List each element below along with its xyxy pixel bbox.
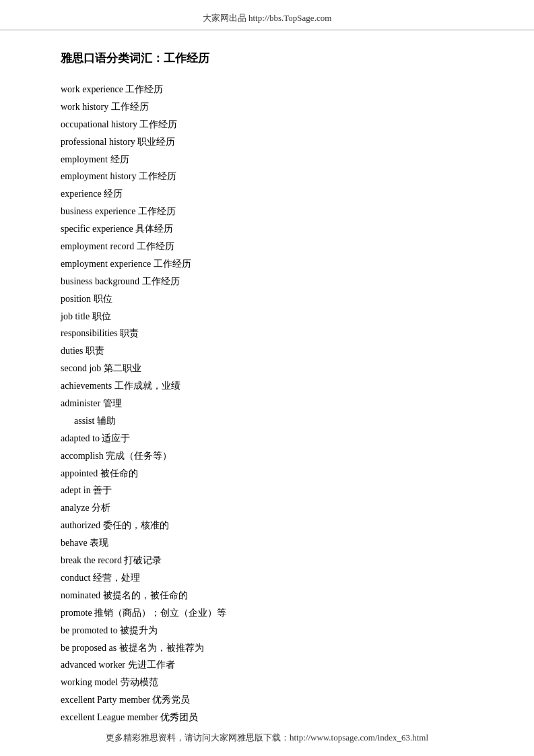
- vocab-english: employment record: [61, 241, 137, 251]
- list-item: nominated 被提名的，被任命的: [61, 587, 473, 604]
- vocab-chinese: 被任命的: [100, 468, 138, 478]
- vocab-english: work history: [61, 102, 111, 112]
- list-item: business background 工作经历: [61, 273, 473, 290]
- list-item: working model 劳动模范: [61, 674, 473, 691]
- vocab-chinese: 职责: [120, 328, 139, 338]
- list-item: specific experience 具体经历: [61, 220, 473, 238]
- list-item: employment experience 工作经历: [61, 255, 473, 273]
- list-item: responsibilities 职责: [61, 325, 473, 342]
- list-item: conduct 经营，处理: [61, 569, 473, 587]
- vocab-english: professional history: [61, 137, 137, 147]
- vocab-english: employment: [61, 154, 110, 164]
- vocab-chinese: 工作经历: [125, 84, 163, 94]
- vocab-english: adapted to: [61, 433, 102, 443]
- footer-text: 更多精彩雅思资料，请访问大家网雅思版下载：http://www.topsage.…: [106, 732, 428, 743]
- list-item: achievements 工作成就，业绩: [61, 377, 473, 395]
- list-item: second job 第二职业: [61, 360, 473, 377]
- list-item: appointed 被任命的: [61, 465, 473, 482]
- vocab-chinese: 优秀团员: [160, 712, 198, 722]
- list-item: analyze 分析: [61, 499, 473, 517]
- vocab-chinese: 适应于: [102, 433, 130, 443]
- vocab-chinese: 工作成就，业绩: [114, 381, 180, 391]
- vocab-chinese: 职业经历: [137, 137, 175, 147]
- vocab-english: be promoted to: [61, 625, 120, 635]
- page-title: 雅思口语分类词汇：工作经历: [61, 51, 473, 66]
- vocab-english: analyze: [61, 503, 92, 513]
- header-text: 大家网出品 http://bbs.TopSage.com: [203, 13, 332, 23]
- list-item: experience 经历: [61, 185, 473, 203]
- vocab-chinese: 劳动模范: [121, 677, 158, 687]
- vocab-english: working model: [61, 677, 121, 687]
- vocab-english: accomplish: [61, 451, 106, 461]
- vocab-english: experience: [61, 189, 104, 199]
- vocab-chinese: 表现: [90, 538, 108, 548]
- vocab-english: adept in: [61, 485, 93, 495]
- vocab-chinese: 被提名的，被任命的: [103, 590, 188, 600]
- vocab-chinese: 第二职业: [104, 363, 141, 373]
- vocab-english: assist: [74, 416, 97, 426]
- list-item: be proposed as 被提名为，被推荐为: [61, 639, 473, 657]
- vocab-english: specific experience: [61, 224, 135, 234]
- vocabulary-list: work experience 工作经历work history 工作经历occ…: [61, 81, 473, 726]
- vocab-english: behave: [61, 538, 90, 548]
- vocab-english: job title: [61, 311, 92, 321]
- vocab-chinese: 工作经历: [137, 241, 174, 251]
- list-item: employment record 工作经历: [61, 238, 473, 255]
- vocab-chinese: 工作经历: [142, 276, 180, 286]
- vocab-chinese: 管理: [103, 398, 122, 408]
- vocab-english: conduct: [61, 573, 93, 583]
- list-item: adapted to 适应于: [61, 430, 473, 447]
- vocab-chinese: 打破记录: [124, 555, 162, 565]
- vocab-chinese: 工作经历: [154, 259, 191, 269]
- vocab-chinese: 职责: [86, 346, 104, 356]
- list-item: excellent Party member 优秀党员: [61, 691, 473, 709]
- vocab-chinese: 委任的，核准的: [103, 520, 169, 530]
- list-item: employment history 工作经历: [61, 168, 473, 185]
- main-content: 雅思口语分类词汇：工作经历 work experience 工作经历work h…: [0, 30, 534, 756]
- list-item: work history 工作经历: [61, 98, 473, 116]
- list-item: professional history 职业经历: [61, 133, 473, 151]
- vocab-english: be proposed as: [61, 643, 119, 653]
- vocab-chinese: 优秀党员: [152, 695, 190, 705]
- vocab-english: business background: [61, 276, 142, 286]
- vocab-chinese: 职位: [92, 311, 111, 321]
- list-item: business experience 工作经历: [61, 203, 473, 220]
- vocab-english: break the record: [61, 555, 124, 565]
- vocab-english: administer: [61, 398, 103, 408]
- list-item: adept in 善于: [61, 482, 473, 499]
- vocab-chinese: 推销（商品）；创立（企业）等: [94, 608, 226, 618]
- vocab-english: promote: [61, 608, 94, 618]
- vocab-chinese: 工作经历: [138, 206, 176, 216]
- vocab-chinese: 经营，处理: [93, 573, 140, 583]
- vocab-english: second job: [61, 363, 104, 373]
- list-item: break the record 打破记录: [61, 552, 473, 569]
- vocab-english: excellent Party member: [61, 695, 152, 705]
- vocab-chinese: 经历: [104, 189, 123, 199]
- page-footer: 更多精彩雅思资料，请访问大家网雅思版下载：http://www.topsage.…: [0, 722, 534, 753]
- list-item: be promoted to 被提升为: [61, 622, 473, 639]
- list-item: occupational history 工作经历: [61, 116, 473, 133]
- list-item: accomplish 完成（任务等）: [61, 447, 473, 465]
- list-item: employment 经历: [61, 151, 473, 168]
- vocab-english: duties: [61, 346, 86, 356]
- vocab-chinese: 分析: [92, 503, 110, 513]
- vocab-english: business experience: [61, 206, 138, 216]
- vocab-chinese: 完成（任务等）: [106, 451, 172, 461]
- list-item: authorized 委任的，核准的: [61, 517, 473, 534]
- list-item: promote 推销（商品）；创立（企业）等: [61, 604, 473, 622]
- vocab-english: work experience: [61, 84, 125, 94]
- vocab-english: appointed: [61, 468, 100, 478]
- vocab-english: employment experience: [61, 259, 154, 269]
- vocab-chinese: 辅助: [97, 416, 116, 426]
- vocab-chinese: 工作经历: [139, 119, 177, 129]
- list-item: behave 表现: [61, 534, 473, 552]
- vocab-chinese: 善于: [93, 485, 112, 495]
- vocab-chinese: 被提升为: [120, 625, 158, 635]
- list-item: work experience 工作经历: [61, 81, 473, 98]
- vocab-english: nominated: [61, 590, 103, 600]
- vocab-english: occupational history: [61, 119, 139, 129]
- vocab-english: advanced worker: [61, 660, 128, 670]
- vocab-english: excellent League member: [61, 712, 160, 722]
- vocab-english: position: [61, 294, 94, 304]
- vocab-english: achievements: [61, 381, 114, 391]
